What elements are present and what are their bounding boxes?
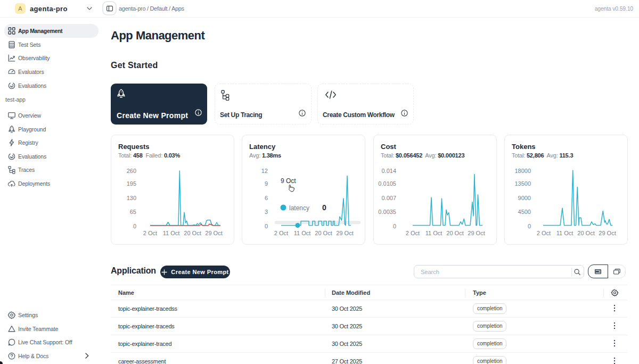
svg-text:2 Oct: 2 Oct — [274, 230, 288, 236]
svg-text:2 Oct: 2 Oct — [537, 230, 551, 236]
svg-text:130: 130 — [127, 195, 136, 201]
svg-text:2 Oct: 2 Oct — [143, 230, 157, 236]
svg-text:20 Oct: 20 Oct — [184, 230, 201, 236]
svg-text:260: 260 — [127, 168, 136, 174]
svg-text:13500: 13500 — [514, 180, 531, 187]
svg-text:0.0105: 0.0105 — [378, 180, 396, 187]
svg-text:11 Oct: 11 Oct — [556, 230, 574, 236]
svg-text:0: 0 — [393, 223, 396, 229]
svg-text:11 Oct: 11 Oct — [425, 230, 443, 236]
svg-text:12: 12 — [261, 168, 268, 174]
svg-text:0: 0 — [133, 223, 136, 229]
svg-text:9: 9 — [265, 180, 268, 187]
svg-text:0.014: 0.014 — [381, 168, 396, 174]
svg-text:195: 195 — [127, 180, 136, 187]
svg-text:4500: 4500 — [518, 209, 531, 215]
svg-text:0: 0 — [528, 223, 531, 229]
svg-text:0.0035: 0.0035 — [378, 209, 396, 215]
svg-text:29 Oct: 29 Oct — [205, 230, 222, 236]
svg-text:29 Oct: 29 Oct — [336, 230, 353, 236]
svg-text:29 Oct: 29 Oct — [468, 230, 485, 236]
svg-text:3: 3 — [265, 209, 268, 215]
svg-text:29 Oct: 29 Oct — [599, 230, 616, 236]
svg-text:20 Oct: 20 Oct — [315, 230, 332, 236]
svg-text:11 Oct: 11 Oct — [294, 230, 311, 236]
svg-text:65: 65 — [130, 209, 136, 215]
svg-text:9000: 9000 — [518, 195, 531, 201]
svg-text:0: 0 — [265, 223, 268, 229]
svg-text:6: 6 — [265, 195, 268, 201]
svg-text:20 Oct: 20 Oct — [577, 230, 594, 236]
svg-text:18000: 18000 — [514, 168, 531, 174]
svg-text:20 Oct: 20 Oct — [446, 230, 463, 236]
svg-text:11 Oct: 11 Oct — [163, 230, 180, 236]
svg-text:2 Oct: 2 Oct — [406, 230, 420, 236]
svg-text:0.007: 0.007 — [381, 195, 396, 201]
